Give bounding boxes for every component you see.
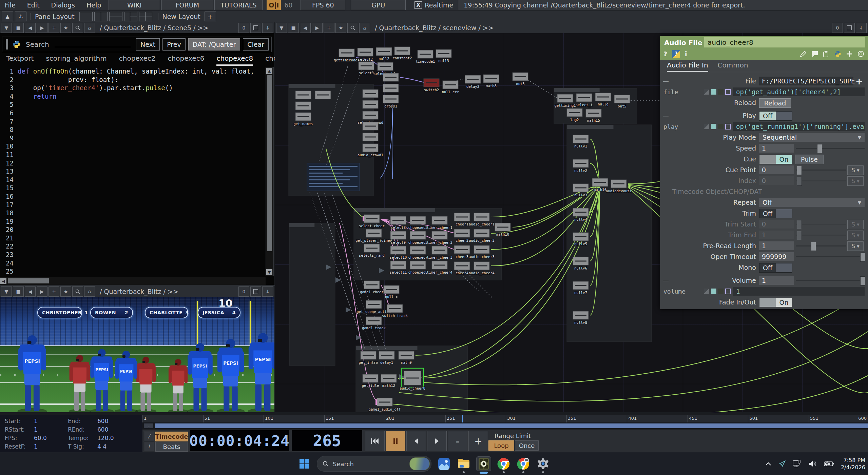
realtime-checkbox[interactable]: X <box>414 1 422 9</box>
param-button-pulse[interactable]: Pulse <box>795 155 824 164</box>
help-icon[interactable]: ? <box>663 50 667 58</box>
fps-button[interactable]: FPS 60 <box>301 0 345 10</box>
network-node[interactable]: null3 <box>436 50 451 63</box>
field-value[interactable]: 120.0 <box>97 435 114 441</box>
network-node[interactable]: constant2 <box>393 47 412 60</box>
network-node[interactable]: math8 <box>483 75 499 88</box>
param-slider-track[interactable] <box>796 235 846 236</box>
chrome-icon[interactable] <box>497 457 511 471</box>
param-toggle-mono[interactable]: Off <box>759 263 792 273</box>
param-mode-square[interactable] <box>711 89 716 95</box>
network-node[interactable]: game1_cheer <box>360 281 384 294</box>
param-value-field[interactable]: 0 <box>759 220 794 229</box>
param-value-field[interactable]: 0 <box>759 165 794 174</box>
photos-app-icon[interactable] <box>437 457 451 471</box>
gpu-button[interactable]: GPU <box>351 0 406 10</box>
maximize-pane-icon[interactable]: ▲ <box>2 12 13 21</box>
pane-type-dropdown-icon[interactable]: ▼ <box>1 23 12 33</box>
param-mode-square[interactable] <box>718 124 724 129</box>
oi-toggle[interactable]: O|I <box>267 0 281 10</box>
param-menu-play-mode[interactable]: Sequential▼ <box>759 133 865 142</box>
dat-path-field[interactable]: DAT: /Quarter <box>188 38 240 51</box>
param-mode-square[interactable] <box>718 89 724 95</box>
beats-mode-button[interactable]: Beats <box>155 442 188 452</box>
tutorials-button[interactable]: TUTORIALS <box>214 0 263 10</box>
param-slider-track[interactable] <box>796 224 846 225</box>
timeline-options-button[interactable]: ... <box>144 423 153 428</box>
add-icon[interactable]: + <box>49 23 59 33</box>
network-node[interactable] <box>363 100 378 108</box>
forward-icon[interactable]: ▶ <box>312 23 323 33</box>
network-node[interactable]: select11 <box>390 261 407 274</box>
network-node[interactable] <box>295 91 311 99</box>
back-icon[interactable]: ◀ <box>25 286 36 297</box>
system-clock[interactable]: 7:58 PM 2/4/2026 <box>841 457 865 471</box>
network-node[interactable]: nullv3 <box>573 184 589 197</box>
network-node[interactable] <box>363 122 378 130</box>
param-mode-square[interactable] <box>711 289 716 294</box>
home-icon[interactable]: ⌂ <box>359 23 370 33</box>
add-parameter-icon[interactable] <box>846 50 853 58</box>
step-back-button[interactable] <box>406 431 426 451</box>
param-slider-track[interactable] <box>796 170 846 171</box>
forward-icon[interactable]: ▶ <box>37 23 47 33</box>
network-node[interactable]: select9 <box>390 231 406 244</box>
python-help-icon[interactable]: ? <box>672 50 680 58</box>
network-node[interactable]: math12 <box>381 374 397 388</box>
param-expression-field[interactable]: 1 <box>733 287 865 296</box>
forum-button[interactable]: FORUM <box>161 0 213 10</box>
editor-breadcrumb[interactable]: / Quarterback_Blitz / Scene5 / >> <box>100 24 208 32</box>
bookmark-icon[interactable]: ★ <box>60 286 71 297</box>
param-slider-handle[interactable] <box>797 231 802 240</box>
param-mode-square[interactable] <box>704 289 709 294</box>
anchor-icon[interactable]: ⚓ <box>15 12 26 21</box>
bookmark-icon[interactable]: ★ <box>60 23 71 33</box>
param-mode-square[interactable] <box>704 124 709 129</box>
network-node[interactable]: timecode1 <box>416 50 435 63</box>
network-node[interactable]: gettimecode1 <box>334 49 360 62</box>
network-node[interactable] <box>315 91 331 99</box>
search-next-button[interactable]: Next <box>136 38 160 51</box>
home-icon[interactable]: ⌂ <box>84 23 95 33</box>
network-node[interactable]: delay2 <box>465 75 481 88</box>
param-expression-field[interactable]: op('get_running1')['running'].eva <box>733 122 865 131</box>
realtime-toggle[interactable]: X Realtime <box>414 1 453 9</box>
layout-preset-hsplit[interactable] <box>109 12 122 21</box>
python-expressions-icon[interactable] <box>834 50 842 58</box>
network-node[interactable]: select3 <box>359 62 374 75</box>
param-value-field[interactable]: 0 <box>759 176 794 185</box>
maximize-icon[interactable] <box>844 23 855 33</box>
param-toggle-fade-in-out[interactable]: On <box>759 298 792 307</box>
layout-preset-single[interactable] <box>79 12 93 21</box>
param-slider-track[interactable] <box>796 180 846 181</box>
network-node[interactable]: chopexec5 <box>408 231 428 244</box>
back-icon[interactable]: ◀ <box>300 23 311 33</box>
param-value-field[interactable]: 1 <box>759 231 794 239</box>
param-mode-square[interactable] <box>711 124 716 129</box>
target-icon[interactable] <box>857 50 865 58</box>
field-value[interactable]: 1 <box>34 443 38 450</box>
maximize-icon[interactable] <box>250 286 261 297</box>
network-node[interactable]: select_t <box>576 94 593 107</box>
param-slider-track[interactable] <box>796 280 865 281</box>
network-node[interactable]: nullv2 <box>573 159 589 173</box>
param-slider-handle[interactable] <box>797 220 802 229</box>
param-slider-track[interactable] <box>796 245 846 246</box>
param-slider-track[interactable] <box>796 256 865 257</box>
maximize-icon[interactable] <box>250 23 261 33</box>
network-node[interactable]: cheer3 <box>454 245 470 259</box>
forward-icon[interactable]: ▶ <box>37 286 47 297</box>
tray-chevron-icon[interactable] <box>765 461 772 466</box>
pane-index-button[interactable]: 0 <box>238 286 249 297</box>
param-file-value[interactable]: F:/PROJECTS/PEPSICO_SUPE <box>759 77 853 85</box>
param-slider-handle[interactable] <box>817 144 822 153</box>
search-input[interactable] <box>55 47 131 47</box>
jump-to-start-button[interactable] <box>365 431 385 451</box>
network-node[interactable]: math10 <box>495 223 510 236</box>
field-value[interactable]: 1 <box>34 418 38 424</box>
param-slider-handle[interactable] <box>811 242 816 251</box>
drag-grip[interactable] <box>6 39 8 50</box>
timecode-mode-button[interactable]: Timecode <box>155 432 188 441</box>
viewer-breadcrumb[interactable]: / Quarterback_Blitz / >> <box>100 288 178 295</box>
network-node[interactable]: chopexec7 <box>408 246 428 259</box>
